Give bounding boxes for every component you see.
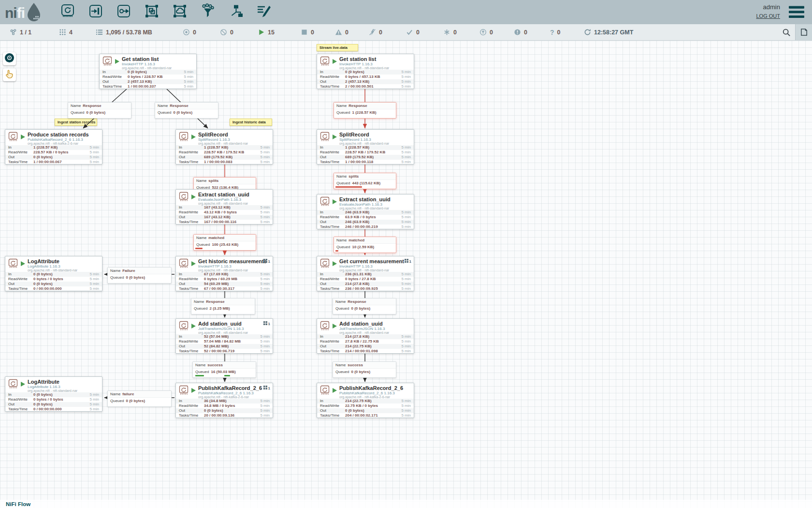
- processor-get-station-list-2[interactable]: Get station list InvokeHTTP 1.16.3 org.a…: [317, 54, 414, 89]
- global-menu-button[interactable]: [789, 6, 804, 18]
- processor-log-attribute-2[interactable]: LogAttribute LogAttribute 1.16.3 org.apa…: [5, 376, 102, 412]
- locally-modified-icon: [443, 29, 450, 36]
- processor-bundle: org.apache.nifi - nifi-standard-nar: [198, 331, 273, 335]
- connection-name-value: success: [348, 363, 363, 367]
- processor-stats: In1 (228.57 KB)5 min Read/Write228.57 KB…: [5, 145, 102, 164]
- processor-stats: In1 (228.57 KB)5 min Read/Write228.57 KB…: [176, 145, 273, 164]
- connection-name-row: NameResponse: [155, 103, 218, 109]
- connection-label[interactable]: NameResponse Queued0 (0 bytes): [333, 298, 396, 314]
- status-running: 15: [258, 24, 275, 40]
- processor-stats: In167 (43.12 KB)5 min Read/Write43.12 KB…: [176, 205, 273, 224]
- connection-queued-value: 0 (0 bytes): [126, 275, 145, 280]
- connection-label[interactable]: NameFailure Queued0 (0 bytes): [107, 267, 172, 284]
- connection-label[interactable]: Namematched Queued100 (25.43 KB): [193, 234, 256, 251]
- stat-row: Tasks/Time236 / 00:00:09.9255 min: [317, 286, 414, 291]
- processor-stats: In0 (0 bytes)5 min Read/Write0 bytes / 0…: [5, 392, 102, 412]
- nifi-logo-text: nifi: [5, 3, 25, 23]
- connection-name-value: Response: [83, 104, 101, 108]
- processor-log-attribute-1[interactable]: LogAttribute LogAttribute 1.16.3 org.apa…: [5, 256, 102, 291]
- connection-queued-key: Queued: [336, 110, 350, 115]
- connection-name-value: Response: [348, 104, 367, 108]
- connection-name-key: Name: [336, 238, 347, 242]
- new-window-button[interactable]: [795, 24, 812, 40]
- flow-canvas[interactable]: NiFi Flow Stream live-dataIngest station…: [0, 41, 812, 508]
- processor-split-record-2[interactable]: SplitRecord SplitRecord 1.16.3 org.apach…: [317, 129, 414, 164]
- stat-row: Tasks/Time246 / 00:00:00.2195 min: [317, 224, 414, 229]
- processor-type: InvokeHTTP 1.16.3: [339, 62, 414, 66]
- breadcrumb[interactable]: NiFi Flow: [0, 500, 812, 508]
- toolbar-remote-process-group-button[interactable]: [171, 2, 188, 22]
- breadcrumb-root[interactable]: NiFi Flow: [6, 501, 30, 507]
- status-stopped-value: 0: [311, 29, 314, 36]
- processor-publish-kafka-record-2[interactable]: PublishKafkaRecord_2_6 PublishKafkaRecor…: [317, 383, 414, 418]
- stat-row: Tasks/Time52 / 00:00:06.7195 min: [176, 349, 273, 354]
- processor-type: InvokeHTTP 1.16.3: [198, 264, 273, 269]
- connection-label[interactable]: NameResponse Queued0 (0 bytes): [68, 102, 131, 119]
- toolbar-label-button[interactable]: [255, 2, 273, 22]
- canvas-label[interactable]: Ingest historic data: [230, 119, 272, 126]
- processor-stamp-icon: [179, 385, 188, 395]
- connection-label[interactable]: Namematched Queued10 (2.59 KB): [334, 237, 396, 253]
- processor-publish-kafka-record-1[interactable]: PublishKafkaRecord_2_6 PublishKafkaRecor…: [175, 383, 273, 418]
- connection-name-row: Namesuccess: [193, 362, 256, 369]
- connection-name-value: failure: [122, 392, 134, 396]
- logout-link[interactable]: LOG OUT: [741, 13, 780, 19]
- connection-label[interactable]: Namefailure Queued0 (0 bytes): [107, 390, 172, 407]
- stat-row: Tasks/Time0 / 00:00:00.0005 min: [5, 286, 102, 291]
- processor-split-record-1[interactable]: SplitRecord SplitRecord 1.16.3 org.apach…: [175, 129, 273, 164]
- processor-type: PublishKafkaRecord_2_6 1.16.3: [198, 391, 273, 395]
- stat-row: Read/Write57.04 MB / 84.82 MB5 min: [176, 339, 273, 344]
- processor-get-historic-measurements[interactable]: Get historic measurements InvokeHTTP 1.1…: [175, 256, 273, 291]
- toolbar-output-port-button[interactable]: [115, 2, 132, 22]
- app-header: nifi admin LOG OUT: [0, 0, 812, 24]
- stat-row: In67 (17.69 KB)5 min: [176, 272, 273, 277]
- hand-pointer-icon: [4, 69, 14, 81]
- connection-label[interactable]: Namesuccess Queued16 (50.03 MB): [192, 361, 256, 378]
- stat-row: Tasks/Time1 / 00:00:00.1185 min: [317, 160, 414, 164]
- toolbar-funnel-button[interactable]: [199, 2, 217, 22]
- connection-name-key: Name: [110, 269, 120, 273]
- stat-row: Read/Write228.57 KB / 179.52 KB5 min: [176, 150, 273, 155]
- processor-bundle: org.apache.nifi - nifi-kafka-2-6-nar: [198, 395, 273, 399]
- processor-add-station-uuid-1[interactable]: Add station_uuid JoltTransformJSON 1.16.…: [175, 318, 273, 354]
- processor-name: PublishKafkaRecord_2_6: [198, 385, 273, 391]
- connection-name-value: splits: [348, 174, 359, 179]
- canvas-label[interactable]: Stream live-data: [317, 44, 358, 51]
- toolbar-processor-button[interactable]: [59, 2, 76, 22]
- processor-add-station-uuid-2[interactable]: Add station_uuid JoltTransformJSON 1.16.…: [317, 318, 414, 354]
- toolbar-process-group-button[interactable]: [143, 2, 160, 22]
- processor-produce-station-records[interactable]: Produce station records PublishKafkaReco…: [5, 129, 102, 164]
- toolbar-input-port-button[interactable]: [87, 2, 104, 22]
- processor-extract-station-uuid-1[interactable]: Extract station_uuid EvaluateJsonPath 1.…: [175, 189, 273, 224]
- status-running-value: 15: [268, 29, 275, 36]
- toolbar-template-button[interactable]: [227, 2, 245, 22]
- processor-bundle: org.apache.nifi - nifi-standard-nar: [122, 66, 196, 70]
- connection-name-value: Response: [348, 299, 366, 304]
- connection-name-row: Namefailure: [108, 391, 171, 398]
- connection-name-row: NameResponse: [333, 299, 396, 305]
- processor-name: SplitRecord: [198, 132, 273, 137]
- operate-palette-button[interactable]: [3, 68, 16, 81]
- stat-row: Out689 (179.52 KB)5 min: [176, 155, 273, 160]
- connection-queued-value: 0 (0 bytes): [173, 110, 192, 115]
- backpressure-bar: [335, 250, 338, 252]
- processor-bundle: org.apache.nifi - nifi-standard-nar: [339, 142, 414, 146]
- processor-stamp-icon: [179, 192, 188, 201]
- backpressure-bars: [335, 186, 394, 188]
- search-button[interactable]: [782, 24, 791, 40]
- stat-row: In214 (27.8 KB)5 min: [317, 334, 414, 339]
- processor-get-current-measurement[interactable]: Get current measurement InvokeHTTP 1.16.…: [317, 256, 414, 291]
- connection-label[interactable]: NameResponse Queued1 (228.57 KB): [334, 102, 396, 119]
- stat-row: In246 (63.9 KB)5 min: [317, 210, 414, 215]
- connection-label[interactable]: NameResponse Queued2 (3.25 MB): [191, 298, 255, 314]
- connection-label[interactable]: Namesplits Queued443 (115.62 KB): [334, 173, 396, 189]
- canvas-label[interactable]: Ingest station records: [55, 119, 97, 126]
- processor-name: Extract station_uuid: [198, 192, 273, 197]
- connection-label[interactable]: NameResponse Queued0 (0 bytes): [155, 102, 218, 119]
- stat-row: In36 (34.8 MB)5 min: [176, 399, 273, 403]
- navigate-palette-button[interactable]: [3, 52, 16, 65]
- connection-label[interactable]: Namesuccess Queued0 (0 bytes): [333, 361, 396, 378]
- processor-get-station-list-1[interactable]: Get station list InvokeHTTP 1.16.3 org.a…: [99, 54, 197, 89]
- connection-queued-value: 10 (2.59 KB): [352, 245, 374, 249]
- processor-extract-station-uuid-2[interactable]: Extract station_uuid EvaluateJsonPath 1.…: [317, 194, 414, 229]
